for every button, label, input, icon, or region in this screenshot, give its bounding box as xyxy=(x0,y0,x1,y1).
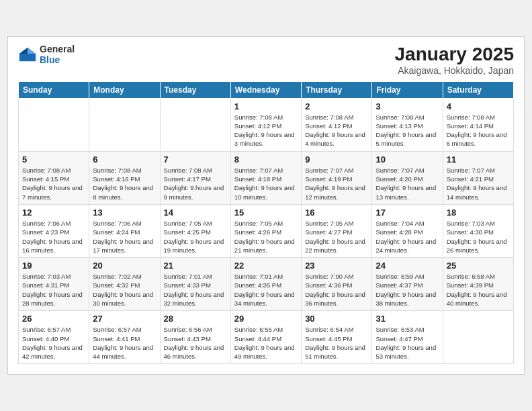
day-cell: 3Sunrise: 7:08 AM Sunset: 4:13 PM Daylig… xyxy=(372,98,443,151)
day-info: Sunrise: 7:08 AM Sunset: 4:13 PM Dayligh… xyxy=(375,113,439,148)
calendar-body: 1Sunrise: 7:08 AM Sunset: 4:12 PM Daylig… xyxy=(19,98,514,364)
day-number: 5 xyxy=(22,154,85,165)
day-number: 24 xyxy=(375,261,439,271)
day-cell: 15Sunrise: 7:05 AM Sunset: 4:26 PM Dayli… xyxy=(230,204,301,257)
title-section: January 2025 Akaigawa, Hokkaido, Japan xyxy=(395,44,514,76)
day-number: 15 xyxy=(234,208,298,218)
day-cell: 8Sunrise: 7:07 AM Sunset: 4:18 PM Daylig… xyxy=(230,151,301,204)
day-info: Sunrise: 7:08 AM Sunset: 4:14 PM Dayligh… xyxy=(447,113,510,148)
day-number: 6 xyxy=(93,154,156,165)
day-number: 29 xyxy=(234,314,298,324)
day-number: 10 xyxy=(375,154,439,165)
day-cell: 9Sunrise: 7:07 AM Sunset: 4:19 PM Daylig… xyxy=(302,151,372,204)
header-section: General Blue January 2025 Akaigawa, Hokk… xyxy=(18,44,514,76)
day-number: 4 xyxy=(447,101,510,111)
weekday-header-saturday: Saturday xyxy=(443,81,513,98)
day-cell: 22Sunrise: 7:01 AM Sunset: 4:35 PM Dayli… xyxy=(230,258,301,311)
day-cell: 2Sunrise: 7:08 AM Sunset: 4:12 PM Daylig… xyxy=(302,98,372,151)
day-info: Sunrise: 7:02 AM Sunset: 4:32 PM Dayligh… xyxy=(93,272,156,308)
day-cell: 4Sunrise: 7:08 AM Sunset: 4:14 PM Daylig… xyxy=(443,98,513,151)
day-number: 17 xyxy=(375,208,439,218)
day-number: 9 xyxy=(305,154,368,165)
weekday-header-friday: Friday xyxy=(372,81,443,98)
day-number: 18 xyxy=(447,208,510,218)
day-info: Sunrise: 7:01 AM Sunset: 4:35 PM Dayligh… xyxy=(234,272,298,308)
day-number: 16 xyxy=(305,208,368,218)
day-cell: 7Sunrise: 7:08 AM Sunset: 4:17 PM Daylig… xyxy=(160,151,230,204)
day-number: 30 xyxy=(305,314,368,324)
day-number: 22 xyxy=(234,261,298,271)
day-number: 20 xyxy=(93,261,156,271)
day-info: Sunrise: 7:03 AM Sunset: 4:30 PM Dayligh… xyxy=(447,219,510,255)
day-cell: 16Sunrise: 7:05 AM Sunset: 4:27 PM Dayli… xyxy=(302,204,372,257)
day-cell: 18Sunrise: 7:03 AM Sunset: 4:30 PM Dayli… xyxy=(443,204,513,257)
day-info: Sunrise: 7:04 AM Sunset: 4:28 PM Dayligh… xyxy=(375,219,439,255)
day-info: Sunrise: 7:05 AM Sunset: 4:27 PM Dayligh… xyxy=(305,219,368,255)
logo-text: General Blue xyxy=(40,44,75,66)
day-cell xyxy=(160,98,230,151)
day-cell: 19Sunrise: 7:03 AM Sunset: 4:31 PM Dayli… xyxy=(19,258,89,311)
day-info: Sunrise: 7:07 AM Sunset: 4:21 PM Dayligh… xyxy=(447,166,510,201)
day-number: 8 xyxy=(234,154,298,165)
calendar-header: SundayMondayTuesdayWednesdayThursdayFrid… xyxy=(19,81,514,98)
day-cell: 11Sunrise: 7:07 AM Sunset: 4:21 PM Dayli… xyxy=(443,151,513,204)
day-number: 26 xyxy=(22,314,85,324)
day-info: Sunrise: 7:06 AM Sunset: 4:23 PM Dayligh… xyxy=(22,219,85,255)
day-number: 11 xyxy=(447,154,510,165)
day-info: Sunrise: 7:06 AM Sunset: 4:24 PM Dayligh… xyxy=(93,219,156,255)
day-info: Sunrise: 7:03 AM Sunset: 4:31 PM Dayligh… xyxy=(22,272,85,308)
day-cell: 30Sunrise: 6:54 AM Sunset: 4:45 PM Dayli… xyxy=(302,311,372,364)
weekday-header-thursday: Thursday xyxy=(302,81,372,98)
day-info: Sunrise: 7:08 AM Sunset: 4:17 PM Dayligh… xyxy=(164,166,227,201)
day-info: Sunrise: 7:08 AM Sunset: 4:12 PM Dayligh… xyxy=(234,113,298,148)
weekday-header-sunday: Sunday xyxy=(19,81,89,98)
day-cell: 28Sunrise: 6:56 AM Sunset: 4:43 PM Dayli… xyxy=(160,311,230,364)
day-info: Sunrise: 6:54 AM Sunset: 4:45 PM Dayligh… xyxy=(305,325,368,361)
svg-marker-2 xyxy=(19,48,28,54)
day-info: Sunrise: 7:07 AM Sunset: 4:19 PM Dayligh… xyxy=(305,166,368,201)
day-number: 14 xyxy=(164,208,227,218)
day-cell: 1Sunrise: 7:08 AM Sunset: 4:12 PM Daylig… xyxy=(230,98,301,151)
day-info: Sunrise: 7:00 AM Sunset: 4:36 PM Dayligh… xyxy=(305,272,368,308)
day-number: 27 xyxy=(93,314,156,324)
week-row-1: 1Sunrise: 7:08 AM Sunset: 4:12 PM Daylig… xyxy=(19,98,514,151)
day-cell: 29Sunrise: 6:55 AM Sunset: 4:44 PM Dayli… xyxy=(230,311,301,364)
logo-general: General xyxy=(40,44,75,55)
week-row-2: 5Sunrise: 7:08 AM Sunset: 4:15 PM Daylig… xyxy=(19,151,514,204)
day-cell xyxy=(89,98,160,151)
day-cell: 23Sunrise: 7:00 AM Sunset: 4:36 PM Dayli… xyxy=(302,258,372,311)
week-row-4: 19Sunrise: 7:03 AM Sunset: 4:31 PM Dayli… xyxy=(19,258,514,311)
day-cell xyxy=(443,311,513,364)
logo-blue: Blue xyxy=(40,54,75,66)
day-info: Sunrise: 6:53 AM Sunset: 4:47 PM Dayligh… xyxy=(375,325,439,361)
weekday-header-wednesday: Wednesday xyxy=(230,81,301,98)
day-number: 12 xyxy=(22,208,85,218)
day-info: Sunrise: 6:59 AM Sunset: 4:37 PM Dayligh… xyxy=(375,272,439,308)
day-info: Sunrise: 7:07 AM Sunset: 4:20 PM Dayligh… xyxy=(375,166,439,201)
day-cell: 14Sunrise: 7:05 AM Sunset: 4:25 PM Dayli… xyxy=(160,204,230,257)
day-cell: 10Sunrise: 7:07 AM Sunset: 4:20 PM Dayli… xyxy=(372,151,443,204)
day-cell: 25Sunrise: 6:58 AM Sunset: 4:39 PM Dayli… xyxy=(443,258,513,311)
day-cell: 13Sunrise: 7:06 AM Sunset: 4:24 PM Dayli… xyxy=(89,204,160,257)
day-info: Sunrise: 6:56 AM Sunset: 4:43 PM Dayligh… xyxy=(164,325,227,361)
logo-icon xyxy=(18,45,37,64)
day-number: 31 xyxy=(375,314,439,324)
weekday-row: SundayMondayTuesdayWednesdayThursdayFrid… xyxy=(19,81,514,98)
day-info: Sunrise: 6:58 AM Sunset: 4:39 PM Dayligh… xyxy=(447,272,510,308)
day-info: Sunrise: 6:57 AM Sunset: 4:41 PM Dayligh… xyxy=(93,325,156,361)
day-cell: 6Sunrise: 7:08 AM Sunset: 4:16 PM Daylig… xyxy=(89,151,160,204)
day-cell: 24Sunrise: 6:59 AM Sunset: 4:37 PM Dayli… xyxy=(372,258,443,311)
day-cell xyxy=(19,98,89,151)
day-info: Sunrise: 7:05 AM Sunset: 4:26 PM Dayligh… xyxy=(234,219,298,255)
day-cell: 31Sunrise: 6:53 AM Sunset: 4:47 PM Dayli… xyxy=(372,311,443,364)
month-title: January 2025 xyxy=(395,44,514,65)
day-number: 3 xyxy=(375,101,439,111)
day-cell: 5Sunrise: 7:08 AM Sunset: 4:15 PM Daylig… xyxy=(19,151,89,204)
week-row-3: 12Sunrise: 7:06 AM Sunset: 4:23 PM Dayli… xyxy=(19,204,514,257)
day-number: 19 xyxy=(22,261,85,271)
day-number: 13 xyxy=(93,208,156,218)
day-number: 7 xyxy=(164,154,227,165)
day-info: Sunrise: 6:55 AM Sunset: 4:44 PM Dayligh… xyxy=(234,325,298,361)
day-number: 25 xyxy=(447,261,510,271)
weekday-header-monday: Monday xyxy=(89,81,160,98)
